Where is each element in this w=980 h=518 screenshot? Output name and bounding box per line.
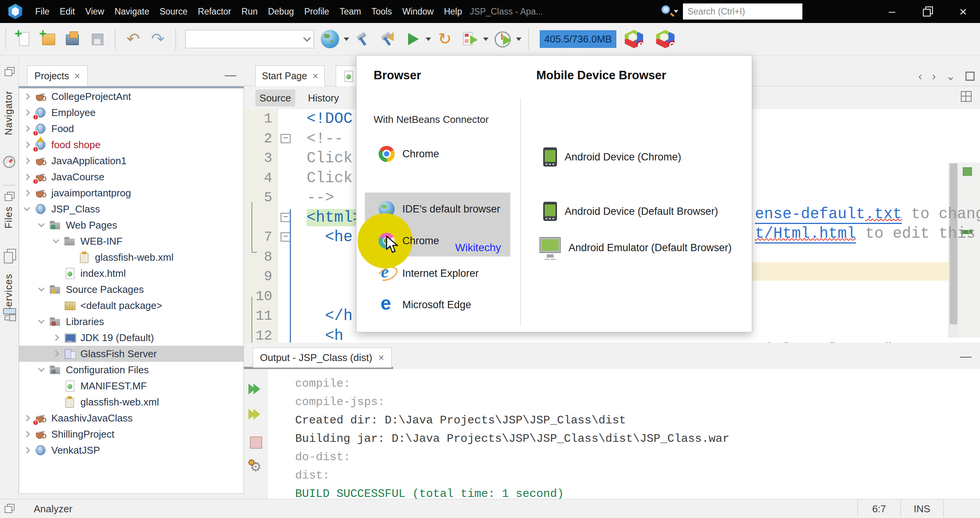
tree-caret-collapsed-icon[interactable] — [24, 142, 30, 148]
menu-run[interactable]: Run — [242, 7, 258, 17]
window-minimize-button[interactable]: – — [877, 0, 906, 23]
tree-item-glassfish-web-xml[interactable]: glassfish-web.xml — [19, 249, 243, 265]
browser-item-ide-default[interactable]: IDE's default browser — [379, 201, 500, 217]
browser-item-chrome-connector[interactable]: Chrome — [379, 146, 439, 162]
tree-item-index-html[interactable]: index.html — [19, 265, 243, 281]
menu-edit[interactable]: Edit — [60, 7, 75, 17]
dropdown-arrow-icon[interactable] — [516, 38, 521, 41]
browser-item-microsoft-edge[interactable]: Microsoft Edge — [379, 297, 471, 313]
tab-list-chevron-icon[interactable]: ⌄ — [946, 69, 956, 83]
tree-caret-expanded-icon[interactable] — [38, 366, 45, 372]
rerun-with-options-icon[interactable] — [248, 407, 263, 422]
tree-item-libraries[interactable]: Libraries — [19, 314, 243, 330]
menu-help[interactable]: Help — [444, 7, 462, 17]
clean-and-build-icon[interactable] — [378, 30, 397, 48]
tree-caret-collapsed-icon[interactable] — [24, 431, 30, 438]
tree-caret-expanded-icon[interactable] — [53, 237, 59, 243]
tree-caret-expanded-icon[interactable] — [38, 221, 45, 227]
close-icon[interactable]: × — [74, 70, 80, 82]
mobile-item-android-emulator[interactable]: Android Emulator (Default Browser) — [539, 237, 732, 258]
tree-caret-collapsed-icon[interactable] — [24, 415, 30, 422]
ant-settings-gear-icon[interactable]: ⚙ — [248, 459, 263, 474]
tree-caret-collapsed-icon[interactable] — [53, 335, 59, 341]
console-lines[interactable]: compile:compile-jsps:Created dir: D:\Jav… — [268, 369, 980, 499]
debug-project-icon[interactable] — [460, 30, 479, 48]
panel-minimize-icon[interactable]: — — [960, 350, 972, 363]
tree-item-jdk-19-default-[interactable]: JDK 19 (Default) — [19, 330, 243, 346]
save-all-icon[interactable] — [88, 30, 106, 48]
stop-build-icon[interactable] — [248, 435, 263, 449]
maximize-window-icon[interactable] — [965, 72, 975, 81]
tree-item-kaashivjavaclass[interactable]: !KaashivJavaClass — [19, 410, 243, 426]
tree-item-collegeprojectant[interactable]: CollegeProjectAnt — [19, 88, 243, 105]
menu-tools[interactable]: Tools — [371, 7, 392, 17]
tree-caret-collapsed-icon[interactable] — [24, 93, 30, 100]
dropdown-arrow-icon[interactable] — [426, 38, 431, 41]
history-view-button[interactable]: History — [304, 90, 343, 106]
new-project-icon[interactable] — [39, 30, 57, 48]
menu-source[interactable]: Source — [160, 7, 188, 17]
code-fold-icon[interactable]: − — [281, 232, 291, 242]
dock-window-icon[interactable] — [5, 67, 14, 75]
tree-caret-collapsed-icon[interactable] — [53, 351, 59, 357]
build-project-icon[interactable] — [354, 30, 372, 48]
mobile-item-android-default[interactable]: Android Device (Default Browser) — [543, 202, 718, 221]
scroll-tabs-right-icon[interactable]: › — [932, 70, 936, 83]
navigator-compass-icon[interactable] — [3, 156, 15, 168]
tree-item-web-inf[interactable]: WEB-INF — [19, 233, 243, 249]
dock-window-icon[interactable] — [5, 192, 14, 200]
window-restore-button[interactable] — [913, 0, 942, 23]
tree-item-configuration-files[interactable]: Configuration Files — [19, 362, 243, 378]
close-icon[interactable]: × — [312, 70, 318, 82]
dropdown-arrow-icon[interactable] — [483, 38, 488, 41]
sidebar-tab-navigator[interactable]: Navigator — [3, 91, 14, 135]
editor-scrollbar[interactable] — [949, 163, 958, 338]
tree-caret-collapsed-icon[interactable] — [24, 447, 30, 454]
code-fold-icon[interactable]: − — [281, 134, 291, 143]
tree-item-jsp-class[interactable]: JSP_Class — [19, 201, 243, 217]
tree-caret-collapsed-icon[interactable] — [24, 126, 30, 132]
split-editor-icon[interactable] — [961, 91, 972, 102]
undo-icon[interactable]: ↶ — [124, 30, 142, 48]
menu-profile[interactable]: Profile — [304, 7, 329, 17]
tree-item-shillingproject[interactable]: ShillingProject — [19, 426, 243, 442]
search-input[interactable] — [683, 3, 802, 20]
tree-item-food[interactable]: !Food — [19, 121, 243, 137]
menu-debug[interactable]: Debug — [268, 7, 294, 17]
menu-window[interactable]: Window — [402, 7, 434, 17]
tree-caret-expanded-icon[interactable] — [38, 285, 45, 292]
tree-item-manifest-mf[interactable]: MANIFEST.MF — [19, 378, 243, 394]
profile-project-icon[interactable] — [493, 30, 511, 48]
tree-item-glassfish-server[interactable]: GlassFish Server — [19, 346, 243, 362]
tab-projects[interactable]: Projects × — [27, 65, 88, 86]
tree-item-javaapplication1[interactable]: JavaApplication1 — [19, 153, 243, 169]
tab-output[interactable]: Output - JSP_Class (dist) × — [253, 348, 392, 368]
rerun-icon[interactable]: ↻ — [436, 30, 454, 48]
panel-minimize-icon[interactable]: — — [225, 69, 236, 82]
configuration-select[interactable] — [185, 30, 314, 48]
profile-point-cube-icon[interactable] — [625, 30, 643, 48]
dock-window-icon[interactable] — [5, 504, 14, 512]
tree-caret-expanded-icon[interactable] — [24, 205, 30, 211]
open-project-icon[interactable] — [64, 30, 82, 48]
tab-start-page[interactable]: Start Page × — [255, 65, 325, 86]
tree-item-source-packages[interactable]: Source Packages — [19, 281, 243, 297]
tree-caret-collapsed-icon[interactable] — [24, 158, 30, 164]
services-icon[interactable] — [3, 308, 16, 321]
tree-caret-collapsed-icon[interactable] — [24, 190, 30, 196]
tree-caret-collapsed-icon[interactable] — [24, 174, 30, 180]
tree-item-food-shope[interactable]: !food shope — [19, 137, 243, 153]
menu-navigate[interactable]: Navigate — [114, 7, 149, 17]
menu-file[interactable]: File — [35, 7, 49, 17]
tree-item-venkatjsp[interactable]: VenkatJSP — [19, 442, 243, 458]
tree-item-employee[interactable]: !Employee — [19, 105, 243, 121]
run-project-icon[interactable] — [403, 30, 421, 48]
search-dropdown-icon[interactable] — [674, 10, 678, 13]
scroll-tabs-left-icon[interactable]: ‹ — [918, 70, 922, 83]
code-fold-icon[interactable]: − — [281, 213, 291, 222]
menu-team[interactable]: Team — [340, 7, 361, 17]
tree-item-glassfish-web-xml[interactable]: glassfish-web.xml — [19, 394, 243, 410]
tree-item-javacourse[interactable]: !JavaCourse — [19, 169, 243, 185]
tree-caret-collapsed-icon[interactable] — [24, 109, 30, 116]
rerun-build-icon[interactable] — [248, 382, 263, 397]
